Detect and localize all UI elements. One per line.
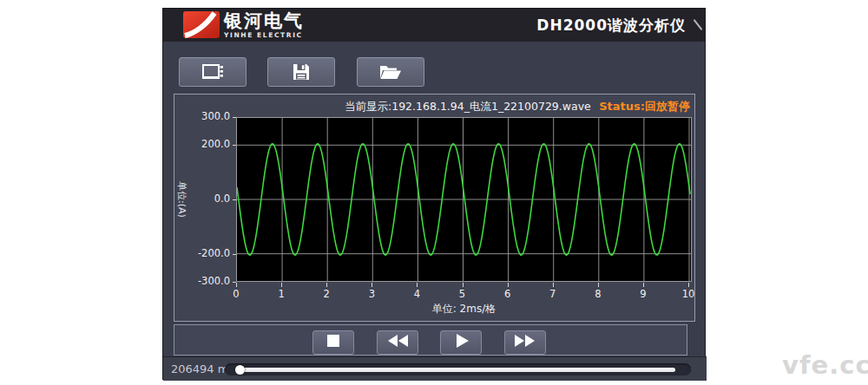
x-tick-label: 8	[595, 288, 601, 300]
y-tick-label: 200.0	[178, 138, 230, 150]
screenshot-canvas: 银河电气 YINHE ELECTRIC DH2000谐波分析仪	[0, 0, 868, 385]
brand-block: 银河电气 YINHE ELECTRIC	[224, 10, 304, 39]
x-tick-mark	[463, 283, 464, 287]
x-tick-mark	[643, 283, 644, 287]
brand-logo-icon	[183, 11, 220, 38]
x-tick-mark	[372, 283, 372, 287]
stop-button[interactable]	[312, 330, 354, 355]
open-file-button[interactable]	[357, 57, 424, 87]
y-tick-mark	[233, 145, 236, 146]
x-tick-mark	[508, 283, 509, 287]
x-tick-label: 3	[369, 288, 375, 300]
x-tick-label: 9	[640, 288, 646, 300]
y-tick-mark	[233, 254, 236, 255]
x-tick-label: 10	[682, 288, 695, 300]
save-icon	[292, 62, 311, 82]
x-axis-unit-label: 单位: 2ms/格	[236, 302, 692, 316]
app-title: DH2000谐波分析仪	[536, 16, 686, 36]
rewind-button[interactable]	[377, 330, 418, 355]
playback-status: Status:回放暂停	[599, 99, 690, 114]
waveform-plot	[236, 117, 692, 282]
seek-slider-thumb[interactable]	[235, 365, 245, 375]
x-tick-label: 2	[324, 288, 330, 300]
fast-forward-button[interactable]	[504, 330, 546, 355]
open-folder-icon	[378, 62, 403, 82]
y-tick-label: 0.0	[178, 192, 230, 205]
play-button[interactable]	[440, 330, 482, 355]
status-bar: 206494 ms	[163, 356, 707, 381]
seek-slider-track[interactable]	[225, 363, 691, 375]
fast-forward-icon	[504, 329, 546, 356]
save-button[interactable]	[267, 57, 335, 87]
x-tick-label: 6	[504, 288, 510, 300]
y-tick-label: -200.0	[178, 247, 230, 259]
current-display-label: 当前显示:192.168.1.94_电流1_22100729.wave	[345, 100, 591, 114]
transport-bar	[174, 324, 687, 356]
title-bar: 银河电气 YINHE ELECTRIC DH2000谐波分析仪	[163, 9, 705, 42]
y-tick-mark	[233, 199, 236, 200]
x-tick-mark	[417, 283, 418, 287]
x-tick-label: 0	[233, 288, 239, 300]
seek-slider-fill	[235, 368, 675, 372]
display-button[interactable]	[179, 57, 247, 87]
x-tick-label: 1	[278, 288, 284, 300]
waveform-panel: 当前显示:192.168.1.94_电流1_22100729.wave Stat…	[174, 94, 695, 322]
x-tick-label: 4	[414, 288, 420, 300]
mouse-cursor-artifact	[694, 19, 703, 30]
y-tick-mark	[233, 117, 236, 118]
y-tick-label: 300.0	[178, 110, 230, 122]
brand-name-en: YINHE ELECTRIC	[224, 31, 304, 39]
x-tick-label: 5	[459, 288, 465, 300]
stop-icon	[312, 329, 354, 356]
brand-name-cn: 银河电气	[224, 10, 304, 31]
x-tick-mark	[688, 283, 689, 287]
x-tick-mark	[281, 283, 282, 287]
x-tick-mark	[236, 283, 237, 287]
y-tick-label: -300.0	[178, 275, 230, 287]
x-tick-mark	[326, 283, 327, 287]
watermark: vfe.cc	[782, 350, 868, 380]
x-tick-mark	[598, 283, 599, 287]
x-tick-mark	[553, 283, 554, 287]
x-tick-label: 7	[549, 288, 556, 300]
app-window: 银河电气 YINHE ELECTRIC DH2000谐波分析仪	[162, 8, 706, 380]
rewind-icon	[377, 329, 418, 356]
display-icon	[201, 62, 225, 82]
play-icon	[440, 329, 482, 356]
